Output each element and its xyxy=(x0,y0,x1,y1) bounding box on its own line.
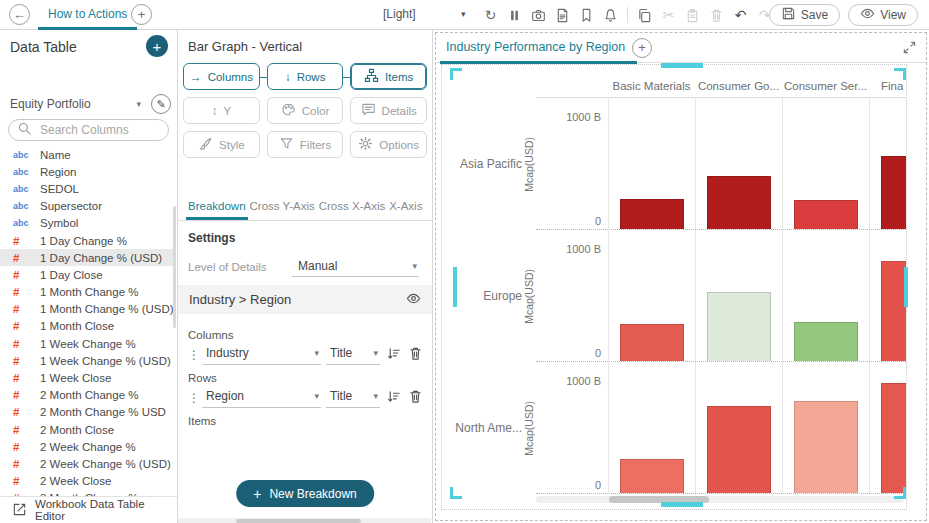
workbook-data-table-editor[interactable]: Workbook Data Table Editor xyxy=(0,496,177,523)
trash-icon xyxy=(408,389,423,407)
bar[interactable] xyxy=(794,401,858,493)
bar[interactable] xyxy=(794,200,858,229)
columns-field-select[interactable]: Industry ▾ xyxy=(202,344,321,365)
delete-column-button[interactable] xyxy=(407,346,424,363)
options-shelf-button[interactable]: Options xyxy=(350,131,427,158)
number-type-icon: # xyxy=(13,424,33,436)
search-input[interactable] xyxy=(38,122,160,138)
column-list-item[interactable]: #2 Month Close xyxy=(0,421,173,438)
sort-button[interactable] xyxy=(385,346,402,363)
tab-cross-x-axis[interactable]: Cross X-Axis xyxy=(317,193,387,220)
column-list-item[interactable]: #1 Month Change % xyxy=(0,284,173,301)
style-shelf-button[interactable]: Style xyxy=(183,131,260,158)
state-caret-icon[interactable]: ▾ xyxy=(461,0,466,30)
column-list-item[interactable]: abcName xyxy=(0,146,173,163)
export-pdf-icon[interactable] xyxy=(551,3,574,27)
back-button[interactable]: ← xyxy=(9,4,30,25)
bar-graph-part[interactable]: Basic MaterialsConsumer Go...Consumer Se… xyxy=(441,64,907,510)
refresh-icon[interactable]: ↻ xyxy=(479,3,502,27)
add-data-table-button[interactable]: + xyxy=(146,35,168,57)
column-list-item[interactable]: abcRegion xyxy=(0,163,173,180)
number-type-icon: # xyxy=(13,338,33,350)
column-list-item[interactable]: #1 Week Close xyxy=(0,369,173,386)
bar[interactable] xyxy=(707,406,771,493)
sort-button[interactable] xyxy=(385,389,402,406)
column-list-item[interactable]: abcSEDOL xyxy=(0,180,173,197)
edit-table-button[interactable]: ✎ xyxy=(151,94,171,114)
column-list-item[interactable]: #1 Week Change % (USD) xyxy=(0,352,173,369)
column-list-item[interactable]: abcSupersector xyxy=(0,198,173,215)
add-workbook-tab-button[interactable]: + xyxy=(131,4,152,25)
column-name: 1 Week Change % (USD) xyxy=(40,355,171,367)
bar[interactable] xyxy=(707,292,771,361)
bar[interactable] xyxy=(620,199,684,229)
save-button[interactable]: Save xyxy=(769,4,840,26)
table-caret-icon[interactable]: ▾ xyxy=(136,99,141,109)
color-shelf-button[interactable]: Color xyxy=(267,97,344,124)
number-type-icon: # xyxy=(13,475,33,487)
column-list-item[interactable]: #1 Month Change % (USD) xyxy=(0,301,173,318)
column-list-item[interactable]: #2 Month Change % USD xyxy=(0,404,173,421)
breakdown-section-header[interactable]: Industry > Region xyxy=(178,285,432,314)
column-list-item[interactable]: #2 Week Change % (USD) xyxy=(0,455,173,472)
workbook-tab[interactable]: How to Actions xyxy=(38,0,137,30)
bar[interactable] xyxy=(794,322,858,361)
resize-handle-top[interactable] xyxy=(661,63,703,68)
column-list-item[interactable]: #1 Day Change % (USD) xyxy=(0,249,173,266)
rows-shelf-button[interactable]: ↓Rows xyxy=(267,63,344,90)
filters-shelf-button[interactable]: Filters xyxy=(267,131,344,158)
bar[interactable] xyxy=(881,156,906,229)
delete-row-button[interactable] xyxy=(407,389,424,406)
items-shelf-button[interactable]: Items xyxy=(350,63,427,90)
visibility-eye-icon[interactable] xyxy=(406,291,421,309)
undo-icon[interactable]: ↶ xyxy=(729,3,752,27)
drag-handle-icon[interactable]: ⋮ xyxy=(188,348,197,362)
scrollbar-thumb[interactable] xyxy=(236,519,361,523)
cut-scissors-icon[interactable]: ✂ xyxy=(657,3,680,27)
expand-icon[interactable] xyxy=(902,40,917,58)
resize-handle-left[interactable] xyxy=(453,267,457,307)
resize-handle-bottom[interactable] xyxy=(661,502,703,507)
column-list-item[interactable]: #1 Month Close xyxy=(0,318,173,335)
columns-mode-select[interactable]: Title ▾ xyxy=(326,344,380,365)
paste-clipboard-icon[interactable] xyxy=(681,3,704,27)
snapshot-camera-icon[interactable] xyxy=(527,3,550,27)
tab-breakdown[interactable]: Breakdown xyxy=(186,193,248,220)
visualization-title: Bar Graph - Vertical xyxy=(188,39,302,54)
column-list-item[interactable]: abcSymbol xyxy=(0,215,173,232)
y-shelf-button[interactable]: ↕Y xyxy=(183,97,260,124)
copy-icon[interactable] xyxy=(633,3,656,27)
column-list-item[interactable]: #2 Week Close xyxy=(0,473,173,490)
level-of-details-select[interactable]: Manual ▾ xyxy=(292,257,419,277)
rows-field-select[interactable]: Region ▾ xyxy=(202,387,321,408)
details-shelf-button[interactable]: Details xyxy=(350,97,427,124)
view-button[interactable]: View xyxy=(848,4,918,26)
grid-cell xyxy=(869,362,906,493)
sidebar-scrollbar[interactable] xyxy=(173,206,176,328)
number-type-icon: # xyxy=(13,235,33,247)
resize-handle-right[interactable] xyxy=(904,267,908,307)
pause-icon[interactable] xyxy=(503,3,526,27)
delete-trash-icon[interactable] xyxy=(705,3,728,27)
bar[interactable] xyxy=(881,383,906,493)
dashboard-tab[interactable]: Industry Performance by Region xyxy=(440,33,637,63)
new-breakdown-button[interactable]: + New Breakdown xyxy=(236,480,374,507)
bar[interactable] xyxy=(707,176,771,229)
tab-cross-y-axis[interactable]: Cross Y-Axis xyxy=(248,193,317,220)
bookmark-icon[interactable] xyxy=(575,3,598,27)
bar[interactable] xyxy=(620,324,684,361)
add-dashboard-tab-button[interactable]: + xyxy=(632,38,652,58)
column-list-item[interactable]: #2 Month Change % xyxy=(0,387,173,404)
drag-handle-icon[interactable]: ⋮ xyxy=(188,391,197,405)
notifications-bell-icon[interactable] xyxy=(599,3,622,27)
table-selector[interactable]: Equity Portfolio xyxy=(10,97,136,111)
rows-mode-select[interactable]: Title ▾ xyxy=(326,387,380,408)
column-list-item[interactable]: #1 Week Change % xyxy=(0,335,173,352)
column-list-item[interactable]: #2 Week Change % xyxy=(0,438,173,455)
bar[interactable] xyxy=(881,261,906,361)
tab-x-axis[interactable]: X-Axis xyxy=(387,193,424,220)
column-list-item[interactable]: #1 Day Change % xyxy=(0,232,173,249)
columns-shelf-button[interactable]: →Columns xyxy=(183,63,260,90)
column-list-item[interactable]: #1 Day Close xyxy=(0,266,173,283)
bar[interactable] xyxy=(620,459,684,493)
